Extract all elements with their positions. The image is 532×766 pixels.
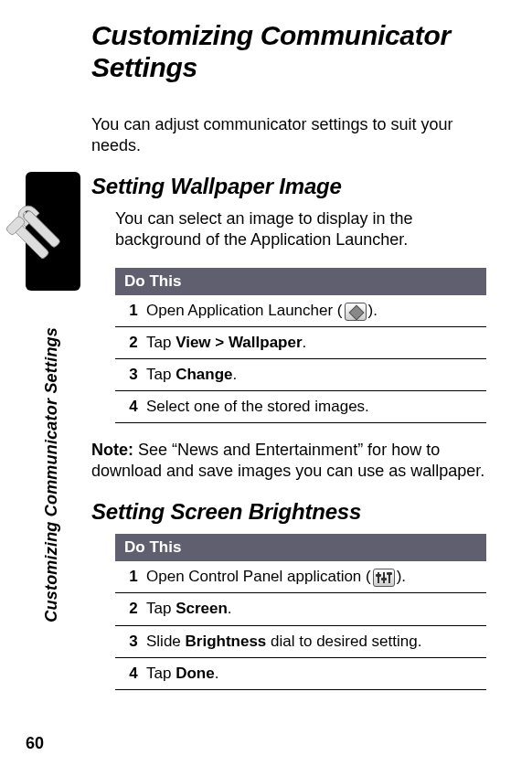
step-text: Slide Brightness dial to desired setting… xyxy=(146,625,486,657)
section1-intro: You can select an image to display in th… xyxy=(115,208,486,250)
content: Customizing Communicator Settings You ca… xyxy=(91,18,505,690)
step-number: 2 xyxy=(115,327,146,359)
table-row: 4 Tap Done. xyxy=(115,657,486,689)
app-launcher-icon xyxy=(345,303,367,321)
step-number: 1 xyxy=(115,295,146,327)
step-number: 3 xyxy=(115,625,146,657)
step-text: Tap Change. xyxy=(146,359,486,391)
step-number: 4 xyxy=(115,657,146,689)
tools-icon xyxy=(26,172,80,291)
page: Customizing Communicator Settings Custom… xyxy=(0,0,532,766)
step-number: 3 xyxy=(115,359,146,391)
step-text: Tap Done. xyxy=(146,657,486,689)
step-text: Tap Screen. xyxy=(146,593,486,625)
section1-heading: Setting Wallpaper Image xyxy=(91,174,486,199)
step-text: Open Control Panel application (). xyxy=(146,561,486,593)
sidebar: Customizing Communicator Settings xyxy=(26,172,80,622)
step-number: 2 xyxy=(115,593,146,625)
step-text: Open Application Launcher (). xyxy=(146,295,486,327)
note-label: Note: xyxy=(91,441,133,459)
section1-note: Note: See “News and Entertainment” for h… xyxy=(91,440,486,481)
step-text: Select one of the stored images. xyxy=(146,391,486,423)
sidebar-label: Customizing Communicator Settings xyxy=(42,327,61,622)
intro-text: You can adjust communicator settings to … xyxy=(91,114,486,155)
section2-table: Do This 1 Open Control Panel application… xyxy=(115,534,486,689)
step-text: Tap View > Wallpaper. xyxy=(146,327,486,359)
table-row: 3 Slide Brightness dial to desired setti… xyxy=(115,625,486,657)
page-number: 60 xyxy=(26,734,44,753)
step-number: 4 xyxy=(115,391,146,423)
page-title: Customizing Communicator Settings xyxy=(91,20,486,83)
step-number: 1 xyxy=(115,561,146,593)
control-panel-icon xyxy=(373,569,395,587)
table-row: 1 Open Control Panel application (). xyxy=(115,561,486,593)
section2-heading: Setting Screen Brightness xyxy=(91,499,486,525)
table-header: Do This xyxy=(115,534,486,561)
table-row: 4 Select one of the stored images. xyxy=(115,391,486,423)
table-header: Do This xyxy=(115,268,486,295)
table-row: 2 Tap Screen. xyxy=(115,593,486,625)
table-row: 1 Open Application Launcher (). xyxy=(115,295,486,327)
table-row: 3 Tap Change. xyxy=(115,359,486,391)
section1-table: Do This 1 Open Application Launcher (). … xyxy=(115,268,486,423)
table-row: 2 Tap View > Wallpaper. xyxy=(115,327,486,359)
